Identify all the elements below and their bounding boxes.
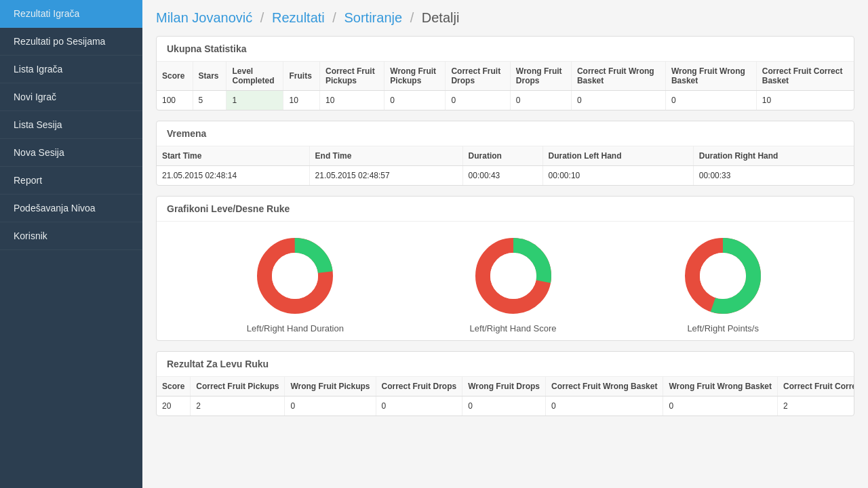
ukupna-header-wfp: Wrong FruitPickups [384, 62, 446, 91]
lr-header-cfcb: Correct Fruit Correct Basket [778, 377, 854, 396]
ukupna-header-wfwb: Wrong Fruit WrongBasket [665, 62, 756, 91]
sidebar-item-podesavanja[interactable]: Podešavanja Nivoa [0, 195, 142, 222]
breadcrumb-detail: Detalji [422, 10, 460, 25]
lr-header-wfwb: Wrong Fruit Wrong Basket [663, 377, 778, 396]
cell-right: 00:00:33 [693, 166, 854, 186]
grafikon-card: Grafikoni Leve/Desne Ruke Left/Right Han… [156, 196, 854, 341]
lr-cell-wfwb: 0 [663, 396, 778, 416]
cell-end: 21.05.2015 02:48:57 [309, 166, 462, 186]
chart-score-label: Left/Right Hand Score [470, 323, 557, 333]
breadcrumb-sep3: / [410, 10, 414, 25]
cell-cfwb: 0 [571, 91, 665, 110]
sidebar: Rezultati Igrača Rezultati po Sesijama L… [0, 0, 142, 488]
lr-cell-cfp: 2 [191, 396, 285, 416]
lr-header-wfd: Wrong Fruit Drops [462, 377, 546, 396]
vremena-header-left: Duration Left Hand [542, 146, 693, 166]
charts-container: Left/Right Hand Duration Left/Right Hand… [157, 222, 854, 340]
chart-points: Left/Right Points/s [682, 235, 764, 333]
cell-cfp: 10 [320, 91, 384, 110]
ukupna-title: Ukupna Statistika [157, 37, 854, 62]
leva-ruka-card: Rezultat Za Levu Ruku Score Correct Frui… [156, 351, 854, 416]
lr-header-score: Score [157, 377, 191, 396]
cell-level: 1 [226, 91, 283, 110]
leva-ruka-title: Rezultat Za Levu Ruku [157, 352, 854, 377]
cell-wfp: 0 [384, 91, 446, 110]
svg-point-2 [272, 253, 318, 299]
ukupna-header-level: LevelCompleted [226, 62, 283, 91]
cell-cfd: 0 [446, 91, 510, 110]
cell-start: 21.05.2015 02:48:14 [157, 166, 309, 186]
ukupna-header-score: Score [157, 62, 193, 91]
grafikon-title: Grafikoni Leve/Desne Ruke [157, 197, 854, 222]
lr-cell-cfd: 0 [376, 396, 462, 416]
breadcrumb-sorting[interactable]: Sortiranje [344, 10, 402, 25]
vremena-header-duration: Duration [462, 146, 542, 166]
vremena-table: Start Time End Time Duration Duration Le… [157, 146, 854, 185]
ukupna-header-stars: Stars [193, 62, 226, 91]
lr-header-cfwb: Correct Fruit Wrong Basket [545, 377, 663, 396]
lr-cell-wfp: 0 [285, 396, 376, 416]
cell-wfwb: 0 [665, 91, 756, 110]
table-row: 100 5 1 10 10 0 0 0 0 0 10 [157, 91, 854, 110]
vremena-header-start: Start Time [157, 146, 309, 166]
cell-wfd: 0 [510, 91, 571, 110]
ukupna-header-cfwb: Correct Fruit WrongBasket [571, 62, 665, 91]
sidebar-item-report[interactable]: Report [0, 167, 142, 195]
ukupna-table: Score Stars LevelCompleted Fruits Correc… [157, 62, 854, 110]
ukupna-statistika-card: Ukupna Statistika Score Stars LevelCompl… [156, 36, 854, 110]
sidebar-item-rezultati-igraca[interactable]: Rezultati Igrača [0, 0, 142, 28]
table-row: 20 2 0 0 0 0 0 2 [157, 396, 854, 416]
cell-left: 00:00:10 [542, 166, 693, 186]
ukupna-header-cfd: Correct FruitDrops [446, 62, 510, 91]
main-content: Milan Jovanović / Rezultati / Sortiranje… [142, 0, 868, 488]
lr-cell-wfd: 0 [462, 396, 546, 416]
chart-points-label: Left/Right Points/s [687, 323, 759, 333]
lr-cell-score: 20 [157, 396, 191, 416]
sidebar-item-novi-igrac[interactable]: Novi Igrač [0, 83, 142, 111]
lr-cell-cfcb: 2 [778, 396, 854, 416]
leva-ruka-table: Score Correct Fruit Pickups Wrong Fruit … [157, 377, 854, 415]
cell-fruits: 10 [283, 91, 320, 110]
lr-header-cfp: Correct Fruit Pickups [191, 377, 285, 396]
cell-score: 100 [157, 91, 193, 110]
cell-duration: 00:00:43 [462, 166, 542, 186]
table-row: 21.05.2015 02:48:14 21.05.2015 02:48:57 … [157, 166, 854, 186]
sidebar-item-rezultati-sesija[interactable]: Rezultati po Sesijama [0, 28, 142, 56]
breadcrumb-sep2: / [332, 10, 336, 25]
cell-cfcb: 10 [756, 91, 854, 110]
donut-points [682, 235, 764, 317]
lr-header-cfd: Correct Fruit Drops [376, 377, 462, 396]
cell-stars: 5 [193, 91, 226, 110]
vremena-header-end: End Time [309, 146, 462, 166]
sidebar-item-korisnik[interactable]: Korisnik [0, 222, 142, 250]
chart-score: Left/Right Hand Score [470, 235, 557, 333]
lr-header-wfp: Wrong Fruit Pickups [285, 377, 376, 396]
breadcrumb: Milan Jovanović / Rezultati / Sortiranje… [156, 10, 854, 26]
breadcrumb-sep1: / [260, 10, 264, 25]
svg-point-8 [700, 253, 746, 299]
sidebar-item-lista-igraca[interactable]: Lista Igrača [0, 56, 142, 83]
lr-cell-cfwb: 0 [545, 396, 663, 416]
breadcrumb-player[interactable]: Milan Jovanović [156, 10, 252, 25]
ukupna-header-cfcb: Correct Fruit CorrectBasket [756, 62, 854, 91]
ukupna-header-cfp: Correct FruitPickups [320, 62, 384, 91]
donut-score [473, 235, 554, 317]
sidebar-item-lista-sesija[interactable]: Lista Sesija [0, 111, 142, 139]
chart-duration: Left/Right Hand Duration [247, 235, 344, 333]
chart-duration-label: Left/Right Hand Duration [247, 323, 344, 333]
vremena-header-right: Duration Right Hand [693, 146, 854, 166]
vremena-card: Vremena Start Time End Time Duration Dur… [156, 121, 854, 186]
svg-point-5 [490, 253, 536, 299]
sidebar-item-nova-sesija[interactable]: Nova Sesija [0, 139, 142, 167]
vremena-title: Vremena [157, 121, 854, 146]
breadcrumb-results[interactable]: Rezultati [272, 10, 325, 25]
ukupna-header-fruits: Fruits [283, 62, 320, 91]
donut-duration [254, 235, 336, 317]
ukupna-header-wfd: Wrong FruitDrops [510, 62, 571, 91]
